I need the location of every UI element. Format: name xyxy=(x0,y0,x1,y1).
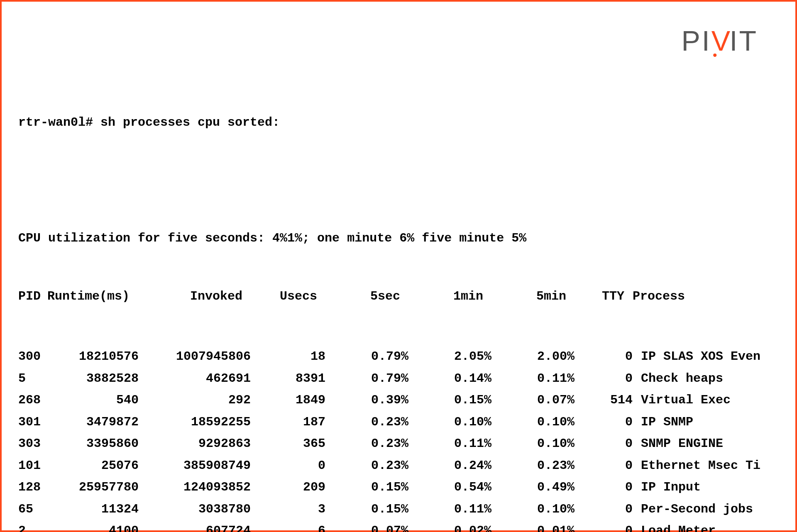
cell-5sec: 0.23% xyxy=(334,434,417,454)
cell-pid: 128 xyxy=(18,478,47,497)
cell-pid: 65 xyxy=(18,500,47,519)
header-invoked: Invoked xyxy=(139,287,251,306)
cell-invoked: 292 xyxy=(147,390,259,410)
cell-1min: 0.24% xyxy=(417,456,500,476)
cell-tty: 0 xyxy=(583,347,641,366)
cell-invoked: 607724 xyxy=(147,521,259,532)
brand-logo: PIV•IT xyxy=(681,27,758,55)
cell-runtime: 18210576 xyxy=(47,347,147,366)
cell-pid: 268 xyxy=(18,390,47,410)
terminal-card: PIV•IT rtr-wan0l# sh processes cpu sorte… xyxy=(0,0,797,532)
table-row: 2410060772460.07%0.02%0.01%0Load Meter xyxy=(18,521,760,532)
cell-runtime: 540 xyxy=(47,390,147,410)
table-body: 300182105761007945806180.79%2.05%2.00%0I… xyxy=(18,347,760,532)
header-5sec: 5sec xyxy=(325,287,408,306)
cell-pid: 5 xyxy=(18,369,47,388)
cell-usecs: 18 xyxy=(259,347,334,366)
cell-invoked: 3038780 xyxy=(147,500,259,519)
cell-pid: 301 xyxy=(18,412,47,432)
cell-invoked: 1007945806 xyxy=(147,347,259,366)
cell-tty: 0 xyxy=(583,434,641,454)
cell-5sec: 0.15% xyxy=(334,500,417,519)
cell-5min: 0.10% xyxy=(500,500,583,519)
cell-1min: 0.14% xyxy=(417,369,500,388)
cell-runtime: 3479872 xyxy=(47,412,147,432)
cell-pid: 2 xyxy=(18,521,47,532)
cell-5min: 0.11% xyxy=(500,369,583,388)
cell-invoked: 124093852 xyxy=(147,478,259,497)
cell-process: IP SLAS XOS Even xyxy=(641,347,760,366)
cell-process: IP Input xyxy=(641,478,760,497)
header-tty: TTY xyxy=(575,287,633,306)
cell-5min: 2.00% xyxy=(500,347,583,366)
header-usecs: Usecs xyxy=(251,287,325,306)
cell-5min: 0.07% xyxy=(500,390,583,410)
cell-usecs: 6 xyxy=(259,521,334,532)
cell-invoked: 18592255 xyxy=(147,412,259,432)
cell-pid: 101 xyxy=(18,456,47,476)
cell-5sec: 0.15% xyxy=(334,478,417,497)
table-row: 26854029218490.39%0.15%0.07%514Virtual E… xyxy=(18,390,760,410)
cell-5sec: 0.39% xyxy=(334,390,417,410)
cell-1min: 0.02% xyxy=(417,521,500,532)
cell-pid: 300 xyxy=(18,347,47,366)
cell-5min: 0.10% xyxy=(500,434,583,454)
cell-runtime: 3395860 xyxy=(47,434,147,454)
header-1min: 1min xyxy=(408,287,491,306)
cell-usecs: 187 xyxy=(259,412,334,432)
cell-process: IP SNMP xyxy=(641,412,760,432)
header-runtime: Runtime(ms) xyxy=(47,287,139,306)
table-row: 303339586092928633650.23%0.11%0.10%0SNMP… xyxy=(18,434,760,454)
table-row: 300182105761007945806180.79%2.05%2.00%0I… xyxy=(18,347,760,366)
cell-usecs: 365 xyxy=(259,434,334,454)
cell-5min: 0.01% xyxy=(500,521,583,532)
table-header-row: PID Runtime(ms) Invoked Usecs 5sec 1min … xyxy=(18,287,760,306)
cell-runtime: 11324 xyxy=(47,500,147,519)
cell-process: Load Meter xyxy=(641,521,760,532)
cell-5min: 0.10% xyxy=(500,412,583,432)
cell-runtime: 4100 xyxy=(47,521,147,532)
header-5min: 5min xyxy=(491,287,575,306)
cell-pid: 303 xyxy=(18,434,47,454)
header-pid: PID xyxy=(18,287,47,306)
cell-invoked: 385908749 xyxy=(147,456,259,476)
cell-1min: 0.15% xyxy=(417,390,500,410)
cell-tty: 0 xyxy=(583,369,641,388)
cell-usecs: 209 xyxy=(259,478,334,497)
cell-tty: 514 xyxy=(583,390,641,410)
table-row: 1012507638590874900.23%0.24%0.23%0Ethern… xyxy=(18,456,760,476)
cell-invoked: 462691 xyxy=(147,369,259,388)
cell-tty: 0 xyxy=(583,521,641,532)
logo-text-2: IT xyxy=(730,27,758,55)
cell-tty: 0 xyxy=(583,412,641,432)
cpu-utilization-line: CPU utilization for five seconds: 4%1%; … xyxy=(18,229,760,248)
table-row: 128259577801240938522090.15%0.54%0.49%0I… xyxy=(18,478,760,497)
logo-accent-dot: • xyxy=(713,49,719,61)
cell-1min: 2.05% xyxy=(417,347,500,366)
cell-1min: 0.54% xyxy=(417,478,500,497)
cell-runtime: 3882528 xyxy=(47,369,147,388)
cell-5sec: 0.23% xyxy=(334,456,417,476)
cell-5sec: 0.79% xyxy=(334,369,417,388)
header-process: Process xyxy=(633,287,760,306)
cell-runtime: 25076 xyxy=(47,456,147,476)
command-prompt: rtr-wan0l# sh processes cpu sorted: xyxy=(18,113,760,132)
cell-1min: 0.11% xyxy=(417,434,500,454)
terminal-output: rtr-wan0l# sh processes cpu sorted: CPU … xyxy=(18,74,760,532)
table-row: 6511324303878030.15%0.11%0.10%0Per-Secon… xyxy=(18,500,760,519)
cell-1min: 0.10% xyxy=(417,412,500,432)
cell-invoked: 9292863 xyxy=(147,434,259,454)
table-row: 5388252846269183910.79%0.14%0.11%0Check … xyxy=(18,369,760,388)
cell-5min: 0.49% xyxy=(500,478,583,497)
logo-text-1: PI xyxy=(681,27,711,55)
cell-process: Per-Second jobs xyxy=(641,500,760,519)
cell-process: Check heaps xyxy=(641,369,760,388)
cell-tty: 0 xyxy=(583,456,641,476)
cell-5min: 0.23% xyxy=(500,456,583,476)
cell-1min: 0.11% xyxy=(417,500,500,519)
cell-usecs: 0 xyxy=(259,456,334,476)
cell-process: Ethernet Msec Ti xyxy=(641,456,760,476)
cell-process: Virtual Exec xyxy=(641,390,760,410)
cell-usecs: 1849 xyxy=(259,390,334,410)
cell-5sec: 0.23% xyxy=(334,412,417,432)
